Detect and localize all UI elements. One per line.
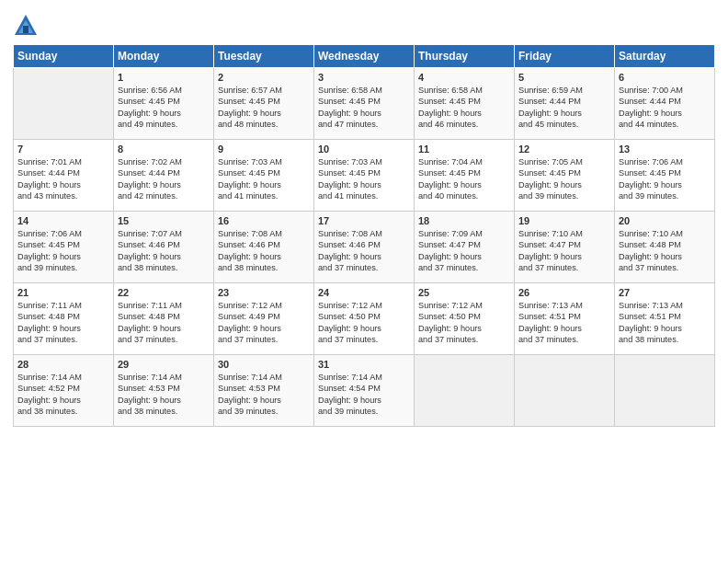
day-info: Sunrise: 7:14 AM Sunset: 4:52 PM Dayligh… xyxy=(17,372,109,418)
calendar-cell: 13Sunrise: 7:06 AM Sunset: 4:45 PM Dayli… xyxy=(615,140,715,212)
day-info: Sunrise: 7:07 AM Sunset: 4:46 PM Dayligh… xyxy=(118,228,210,274)
day-info: Sunrise: 7:06 AM Sunset: 4:45 PM Dayligh… xyxy=(619,156,711,202)
header xyxy=(13,9,715,39)
calendar-cell: 4Sunrise: 6:58 AM Sunset: 4:45 PM Daylig… xyxy=(415,68,515,140)
day-info: Sunrise: 7:01 AM Sunset: 4:44 PM Dayligh… xyxy=(17,156,109,202)
calendar-cell: 28Sunrise: 7:14 AM Sunset: 4:52 PM Dayli… xyxy=(14,355,114,427)
page: SundayMondayTuesdayWednesdayThursdayFrid… xyxy=(0,0,728,563)
day-number: 25 xyxy=(418,287,510,298)
day-number: 18 xyxy=(418,215,510,226)
day-number: 23 xyxy=(218,287,310,298)
day-number: 6 xyxy=(619,72,711,83)
day-number: 7 xyxy=(17,144,109,155)
day-info: Sunrise: 7:10 AM Sunset: 4:48 PM Dayligh… xyxy=(619,228,711,274)
day-info: Sunrise: 7:02 AM Sunset: 4:44 PM Dayligh… xyxy=(118,156,210,202)
calendar-cell: 24Sunrise: 7:12 AM Sunset: 4:50 PM Dayli… xyxy=(314,283,415,355)
calendar-cell xyxy=(615,355,715,427)
day-info: Sunrise: 6:58 AM Sunset: 4:45 PM Dayligh… xyxy=(318,85,410,131)
day-number: 17 xyxy=(318,215,410,226)
day-number: 13 xyxy=(619,144,711,155)
logo xyxy=(13,13,41,39)
calendar-cell: 25Sunrise: 7:12 AM Sunset: 4:50 PM Dayli… xyxy=(415,283,515,355)
weekday-header-sunday: Sunday xyxy=(14,45,114,68)
weekday-header-saturday: Saturday xyxy=(615,45,715,68)
day-number: 30 xyxy=(218,359,310,370)
day-info: Sunrise: 7:14 AM Sunset: 4:54 PM Dayligh… xyxy=(318,372,410,418)
calendar-week-3: 14Sunrise: 7:06 AM Sunset: 4:45 PM Dayli… xyxy=(14,212,715,283)
day-info: Sunrise: 7:11 AM Sunset: 4:48 PM Dayligh… xyxy=(118,300,210,346)
calendar-cell: 27Sunrise: 7:13 AM Sunset: 4:51 PM Dayli… xyxy=(615,283,715,355)
calendar-cell: 18Sunrise: 7:09 AM Sunset: 4:47 PM Dayli… xyxy=(415,212,515,283)
day-info: Sunrise: 7:10 AM Sunset: 4:47 PM Dayligh… xyxy=(518,228,610,274)
day-number: 2 xyxy=(218,72,310,83)
day-info: Sunrise: 7:05 AM Sunset: 4:45 PM Dayligh… xyxy=(518,156,610,202)
day-info: Sunrise: 7:08 AM Sunset: 4:46 PM Dayligh… xyxy=(218,228,310,274)
day-number: 11 xyxy=(418,144,510,155)
day-number: 12 xyxy=(518,144,610,155)
calendar-cell: 21Sunrise: 7:11 AM Sunset: 4:48 PM Dayli… xyxy=(14,283,114,355)
day-number: 19 xyxy=(518,215,610,226)
day-number: 1 xyxy=(118,72,210,83)
day-info: Sunrise: 7:11 AM Sunset: 4:48 PM Dayligh… xyxy=(17,300,109,346)
day-number: 4 xyxy=(418,72,510,83)
calendar-cell: 7Sunrise: 7:01 AM Sunset: 4:44 PM Daylig… xyxy=(14,140,114,212)
day-info: Sunrise: 7:12 AM Sunset: 4:49 PM Dayligh… xyxy=(218,300,310,346)
calendar-cell: 29Sunrise: 7:14 AM Sunset: 4:53 PM Dayli… xyxy=(114,355,214,427)
day-info: Sunrise: 6:58 AM Sunset: 4:45 PM Dayligh… xyxy=(418,85,510,131)
calendar-body: 1Sunrise: 6:56 AM Sunset: 4:45 PM Daylig… xyxy=(14,68,715,427)
calendar-cell: 14Sunrise: 7:06 AM Sunset: 4:45 PM Dayli… xyxy=(14,212,114,283)
calendar-cell: 23Sunrise: 7:12 AM Sunset: 4:49 PM Dayli… xyxy=(214,283,314,355)
day-info: Sunrise: 7:06 AM Sunset: 4:45 PM Dayligh… xyxy=(17,228,109,274)
day-number: 31 xyxy=(318,359,410,370)
day-info: Sunrise: 7:09 AM Sunset: 4:47 PM Dayligh… xyxy=(418,228,510,274)
day-number: 14 xyxy=(17,215,109,226)
calendar-week-4: 21Sunrise: 7:11 AM Sunset: 4:48 PM Dayli… xyxy=(14,283,715,355)
calendar-cell: 15Sunrise: 7:07 AM Sunset: 4:46 PM Dayli… xyxy=(114,212,214,283)
day-info: Sunrise: 7:08 AM Sunset: 4:46 PM Dayligh… xyxy=(318,228,410,274)
calendar: SundayMondayTuesdayWednesdayThursdayFrid… xyxy=(13,44,715,427)
day-number: 28 xyxy=(17,359,109,370)
day-info: Sunrise: 7:13 AM Sunset: 4:51 PM Dayligh… xyxy=(619,300,711,346)
calendar-cell: 5Sunrise: 6:59 AM Sunset: 4:44 PM Daylig… xyxy=(515,68,615,140)
calendar-cell: 10Sunrise: 7:03 AM Sunset: 4:45 PM Dayli… xyxy=(314,140,415,212)
day-info: Sunrise: 6:56 AM Sunset: 4:45 PM Dayligh… xyxy=(118,85,210,131)
calendar-cell: 19Sunrise: 7:10 AM Sunset: 4:47 PM Dayli… xyxy=(515,212,615,283)
day-info: Sunrise: 7:12 AM Sunset: 4:50 PM Dayligh… xyxy=(418,300,510,346)
day-number: 24 xyxy=(318,287,410,298)
calendar-header: SundayMondayTuesdayWednesdayThursdayFrid… xyxy=(14,45,715,68)
day-info: Sunrise: 7:14 AM Sunset: 4:53 PM Dayligh… xyxy=(218,372,310,418)
logo-icon xyxy=(13,13,39,39)
day-info: Sunrise: 7:00 AM Sunset: 4:44 PM Dayligh… xyxy=(619,85,711,131)
day-number: 16 xyxy=(218,215,310,226)
day-info: Sunrise: 7:12 AM Sunset: 4:50 PM Dayligh… xyxy=(318,300,410,346)
calendar-cell: 6Sunrise: 7:00 AM Sunset: 4:44 PM Daylig… xyxy=(615,68,715,140)
day-number: 8 xyxy=(118,144,210,155)
calendar-week-5: 28Sunrise: 7:14 AM Sunset: 4:52 PM Dayli… xyxy=(14,355,715,427)
calendar-week-1: 1Sunrise: 6:56 AM Sunset: 4:45 PM Daylig… xyxy=(14,68,715,140)
calendar-cell xyxy=(515,355,615,427)
calendar-cell xyxy=(415,355,515,427)
calendar-week-2: 7Sunrise: 7:01 AM Sunset: 4:44 PM Daylig… xyxy=(14,140,715,212)
calendar-cell: 22Sunrise: 7:11 AM Sunset: 4:48 PM Dayli… xyxy=(114,283,214,355)
calendar-cell xyxy=(14,68,114,140)
weekday-row: SundayMondayTuesdayWednesdayThursdayFrid… xyxy=(14,45,715,68)
day-number: 3 xyxy=(318,72,410,83)
calendar-cell: 8Sunrise: 7:02 AM Sunset: 4:44 PM Daylig… xyxy=(114,140,214,212)
weekday-header-monday: Monday xyxy=(114,45,214,68)
calendar-cell: 9Sunrise: 7:03 AM Sunset: 4:45 PM Daylig… xyxy=(214,140,314,212)
day-info: Sunrise: 6:59 AM Sunset: 4:44 PM Dayligh… xyxy=(518,85,610,131)
calendar-cell: 16Sunrise: 7:08 AM Sunset: 4:46 PM Dayli… xyxy=(214,212,314,283)
svg-rect-2 xyxy=(23,26,28,33)
calendar-cell: 20Sunrise: 7:10 AM Sunset: 4:48 PM Dayli… xyxy=(615,212,715,283)
day-number: 5 xyxy=(518,72,610,83)
day-info: Sunrise: 7:03 AM Sunset: 4:45 PM Dayligh… xyxy=(318,156,410,202)
calendar-cell: 31Sunrise: 7:14 AM Sunset: 4:54 PM Dayli… xyxy=(314,355,415,427)
day-info: Sunrise: 7:14 AM Sunset: 4:53 PM Dayligh… xyxy=(118,372,210,418)
weekday-header-thursday: Thursday xyxy=(415,45,515,68)
weekday-header-tuesday: Tuesday xyxy=(214,45,314,68)
day-info: Sunrise: 7:03 AM Sunset: 4:45 PM Dayligh… xyxy=(218,156,310,202)
calendar-cell: 17Sunrise: 7:08 AM Sunset: 4:46 PM Dayli… xyxy=(314,212,415,283)
day-number: 20 xyxy=(619,215,711,226)
calendar-cell: 30Sunrise: 7:14 AM Sunset: 4:53 PM Dayli… xyxy=(214,355,314,427)
weekday-header-friday: Friday xyxy=(515,45,615,68)
